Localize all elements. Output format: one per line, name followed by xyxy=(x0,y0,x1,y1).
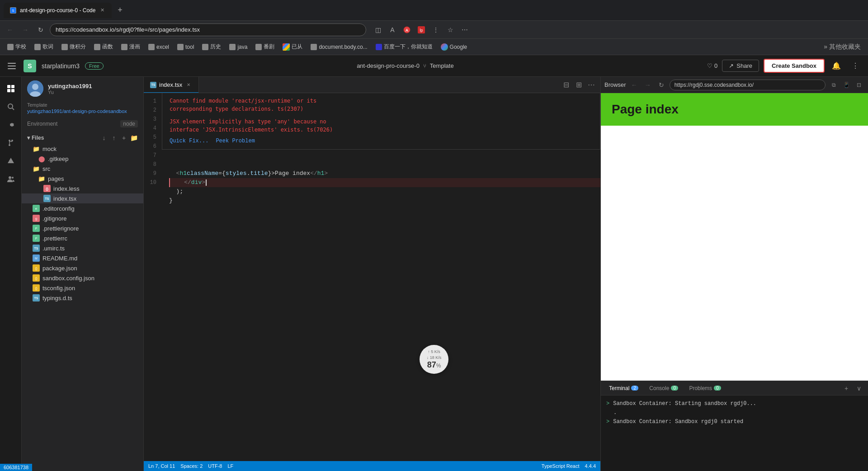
bookmark-chrome-import[interactable]: 已从 xyxy=(279,42,306,52)
code-line-9: } xyxy=(169,196,600,205)
problems-badge: 0 xyxy=(714,386,721,391)
bookmark-java[interactable]: java xyxy=(226,42,251,52)
bookmark-history[interactable]: 历史 xyxy=(198,42,225,52)
bookmarks-more-button[interactable]: » 其他收藏夹 xyxy=(820,41,864,53)
url-bar[interactable]: https://codesandbox.io/s/rgdj0?file=/src… xyxy=(50,24,366,36)
tree-item-editorconfig[interactable]: e .editorconfig xyxy=(22,203,143,213)
browser-refresh-btn[interactable]: ↻ xyxy=(656,80,667,90)
back-button[interactable]: ← xyxy=(4,24,16,36)
extensions-icon[interactable]: ◫ xyxy=(372,24,384,36)
active-tab[interactable]: S ant-design-pro-course-0 - Code ✕ xyxy=(4,3,112,18)
tree-item-prettierrc[interactable]: P .prettierrc xyxy=(22,233,143,243)
add-terminal-btn[interactable]: + xyxy=(841,383,852,394)
create-sandbox-button[interactable]: Create Sandbox xyxy=(764,59,825,73)
error-text-1: Cannot find module 'react/jsx-runtime' o… xyxy=(170,98,316,104)
terminal-tab[interactable]: Terminal 2 xyxy=(604,383,643,393)
browser-back-btn[interactable]: ← xyxy=(629,80,640,90)
share-button[interactable]: ↗ Share xyxy=(722,60,759,72)
new-folder-btn[interactable]: 📁 xyxy=(130,134,138,142)
new-window-btn[interactable]: ⧉ xyxy=(828,80,839,90)
page-preview: Page index xyxy=(601,93,868,126)
fork-icon: ⑂ xyxy=(423,63,426,69)
files-section-title[interactable]: ▾ Files xyxy=(27,135,44,141)
bookmark-icon xyxy=(7,44,14,50)
tree-item-index-less[interactable]: {} index.less xyxy=(22,184,143,193)
bookmark-calculus[interactable]: 微积分 xyxy=(58,42,90,52)
bookmark-document[interactable]: document.body.co... xyxy=(307,42,371,52)
tab-close-button[interactable]: ✕ xyxy=(185,81,192,89)
tree-item-pages[interactable]: 📁 pages xyxy=(22,174,143,184)
tree-item-mock[interactable]: 📁 mock xyxy=(22,144,143,154)
sidebar-item-search[interactable] xyxy=(3,99,19,115)
more-tabs-btn[interactable]: ⋯ xyxy=(586,80,597,90)
star-icon[interactable]: ☆ xyxy=(444,24,457,36)
sidebar-item-home[interactable] xyxy=(3,80,19,97)
more-icon[interactable]: ⋯ xyxy=(458,24,471,36)
tree-item-umirc[interactable]: TS .umirc.ts xyxy=(22,243,143,253)
problems-tab[interactable]: Problems 0 xyxy=(684,383,726,393)
tree-item-label: index.less xyxy=(53,185,80,192)
code-editor[interactable]: 1 2 3 4 5 6 7 8 9 10 xyxy=(144,93,600,461)
file-ts-icon: TS xyxy=(33,245,40,252)
minimize-terminal-btn[interactable]: ∨ xyxy=(854,383,864,394)
sort-up-btn[interactable]: ↑ xyxy=(110,134,118,142)
responsive-btn[interactable]: 📱 xyxy=(841,80,852,90)
console-tab[interactable]: Console 0 xyxy=(645,383,683,393)
bookmark-excel[interactable]: excel xyxy=(145,42,173,52)
sidebar-item-users[interactable] xyxy=(3,171,19,187)
apps-icon[interactable]: ⋮ xyxy=(429,24,442,36)
split-vertical-btn[interactable]: ⊞ xyxy=(573,80,584,90)
sidebar-item-settings[interactable] xyxy=(3,117,19,133)
bookmark-school[interactable]: 学校 xyxy=(4,42,30,52)
bookmark-lyrics[interactable]: 歌词 xyxy=(31,42,57,52)
template-link[interactable]: yutingzhao1991/ant-design-pro-codesandbo… xyxy=(27,108,127,114)
tree-item-package-json[interactable]: {} package.json xyxy=(22,263,143,273)
bookmark-functions[interactable]: 函数 xyxy=(90,42,117,52)
new-tab-button[interactable]: + xyxy=(113,4,126,17)
tree-item-tsconfig[interactable]: {} tsconfig.json xyxy=(22,283,143,293)
svg-text:S: S xyxy=(12,9,14,13)
sort-down-btn[interactable]: ↓ xyxy=(100,134,108,142)
file-json-icon2: {} xyxy=(33,274,40,282)
bookmark-tool[interactable]: tool xyxy=(174,42,198,52)
peek-problem-link[interactable]: Peek Problem xyxy=(216,137,255,146)
bookmark-anime[interactable]: 番剧 xyxy=(252,42,278,52)
refresh-button[interactable]: ↻ xyxy=(34,24,47,36)
like-button[interactable]: ♡ 0 xyxy=(707,62,717,69)
code-lines: Cannot find module 'react/jsx-runtime' o… xyxy=(162,93,600,461)
tree-item-typings[interactable]: TS typings.d.ts xyxy=(22,293,143,303)
more-options-button[interactable]: ⋮ xyxy=(848,59,863,73)
editor-tab-index-tsx[interactable]: TS index.tsx ✕ xyxy=(144,77,199,93)
adblock-icon[interactable]: A xyxy=(401,24,413,36)
menu-button[interactable] xyxy=(5,60,18,72)
bookmark-google[interactable]: Google xyxy=(437,42,471,52)
browser-forward-btn[interactable]: → xyxy=(642,80,653,90)
new-file-btn[interactable]: + xyxy=(120,134,128,142)
screenshot-btn[interactable]: ⊡ xyxy=(854,80,864,90)
sidebar-item-git[interactable] xyxy=(3,135,19,151)
tree-item-sandbox-config[interactable]: {} sandbox.config.json xyxy=(22,273,143,283)
bookmark-manga[interactable]: 漫画 xyxy=(118,42,144,52)
translate-icon[interactable]: A xyxy=(386,24,399,36)
tree-item-gitkeep[interactable]: ⬤ .gitkeep xyxy=(22,154,143,164)
tree-item-gitignore[interactable]: g .gitignore xyxy=(22,213,143,223)
tab-close-btn[interactable]: ✕ xyxy=(99,7,105,14)
tree-item-label: package.json xyxy=(42,265,77,272)
tree-item-src[interactable]: 📁 src xyxy=(22,164,143,174)
template-link[interactable]: Template xyxy=(430,62,454,69)
browser-preview-url[interactable]: https://rgdj0.sse.codesandbox.io/ xyxy=(670,80,826,90)
svg-point-10 xyxy=(8,104,13,108)
like-count: 0 xyxy=(714,62,717,69)
lastpass-icon[interactable]: lp xyxy=(415,24,428,36)
tree-item-prettierignore[interactable]: P .prettierignore xyxy=(22,223,143,233)
tree-item-readme[interactable]: M README.md xyxy=(22,253,143,263)
notification-button[interactable]: 🔔 xyxy=(829,59,844,73)
hamburger-icon xyxy=(8,68,16,69)
tree-item-index-tsx[interactable]: TS index.tsx xyxy=(22,193,143,203)
sidebar-item-deploy[interactable] xyxy=(3,153,19,169)
forward-button[interactable]: → xyxy=(19,24,32,36)
split-horizontal-btn[interactable]: ⊟ xyxy=(561,80,571,90)
quick-fix-link[interactable]: Quick Fix... xyxy=(170,137,208,146)
bookmark-baidu[interactable]: 百度一下，你就知道 xyxy=(372,42,436,52)
template-info: Template yutingzhao1991/ant-design-pro-c… xyxy=(27,102,138,114)
